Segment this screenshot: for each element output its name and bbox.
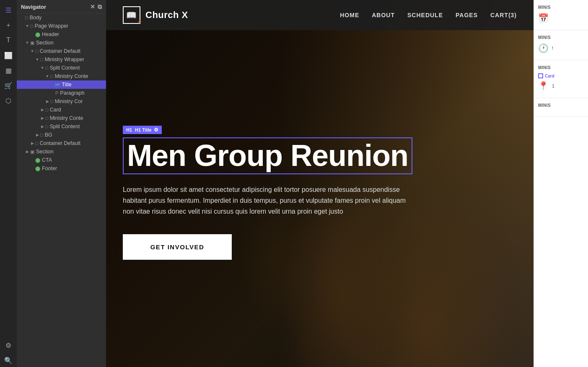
layers-icon[interactable]: ☰ bbox=[2, 3, 15, 17]
navigator-tree: Navigator ✕ ⧉ □Body▼□Page Wrapper⬤Header… bbox=[17, 0, 106, 367]
nav-home[interactable]: HOME bbox=[340, 12, 359, 18]
tree-label-header: Header bbox=[42, 31, 59, 37]
tree-icon-ministry-conte-1: □ bbox=[50, 74, 53, 79]
rp-section-2: MINIS 🕐 ! bbox=[534, 30, 588, 60]
tree-item-split-content[interactable]: ▼□Split Content bbox=[17, 64, 106, 72]
tree-icon-paragraph: P bbox=[55, 90, 58, 96]
hero-description: Lorem ipsum dolor sit amet consectetur a… bbox=[123, 184, 416, 217]
tree-item-bg[interactable]: ▶□BG bbox=[17, 131, 106, 139]
logo-book-icon: 📖 bbox=[126, 10, 137, 20]
title-wrapper: H1 H1 Title ⚙ Men Group Reunion bbox=[123, 137, 517, 174]
tree-label-split-content: Split Content bbox=[50, 65, 80, 71]
search-icon-sidebar[interactable]: 🔍 bbox=[2, 354, 15, 367]
tree-item-split-content-2[interactable]: ▶□Split Content bbox=[17, 122, 106, 131]
tree-label-ministry-cor: Ministry Cor bbox=[55, 98, 83, 104]
pages-icon[interactable]: ⬜ bbox=[2, 49, 15, 62]
hero-title: Men Group Reunion bbox=[127, 140, 408, 172]
navigator-title: Navigator bbox=[21, 4, 46, 10]
rp-section-3: MINIS Card 📍 1 bbox=[534, 60, 588, 98]
tree-icon-ministry-cor: □ bbox=[50, 99, 53, 104]
tree-label-container-default-2: Container Default bbox=[40, 140, 80, 146]
rp-exclaim: ! bbox=[552, 46, 553, 51]
tree-icon-page-wrapper: □ bbox=[30, 23, 33, 28]
location-icon: 📍 bbox=[538, 81, 549, 91]
settings-icon[interactable]: ⚙ bbox=[2, 339, 15, 352]
tree-item-title[interactable]: H¹Title bbox=[17, 80, 106, 89]
tree-label-ministry-wrapper: Ministry Wrapper bbox=[45, 57, 84, 62]
blocks-icon[interactable]: ▦ bbox=[2, 64, 15, 77]
calendar-icon: 📅 bbox=[538, 13, 549, 23]
tree-icon-ministry-wrapper: □ bbox=[40, 57, 43, 62]
hero-section: H1 H1 Title ⚙ Men Group Reunion Lorem ip… bbox=[106, 0, 534, 367]
rp-section-4: MINIS bbox=[534, 98, 588, 116]
logo-plus-icon: + bbox=[138, 18, 142, 25]
main-content: 📖 + Church X HOME ABOUT SCHEDULE PAGES C… bbox=[106, 0, 534, 367]
tree-label-footer: Footer bbox=[42, 165, 57, 171]
right-panel: MINIS 📅 MINIS 🕐 ! MINIS Card 📍 1 MINIS bbox=[534, 0, 588, 367]
tree-item-section1[interactable]: ▼▣Section bbox=[17, 39, 106, 47]
tree-item-card[interactable]: ▶□Card bbox=[17, 106, 106, 114]
add-icon[interactable]: ＋ bbox=[2, 18, 15, 32]
tree-item-header[interactable]: ⬤Header bbox=[17, 30, 106, 39]
tree-icon-container-default: □ bbox=[35, 49, 38, 54]
tree-icon-split-content: □ bbox=[45, 65, 48, 70]
rp-card-label: Card bbox=[545, 74, 554, 78]
logo: 📖 + Church X bbox=[123, 6, 188, 24]
tree-icon-footer: ⬤ bbox=[35, 166, 40, 171]
tree-label-cta: CTA bbox=[42, 157, 52, 163]
tree-icon-container-default-2: □ bbox=[35, 141, 38, 146]
tree-label-page-wrapper: Page Wrapper bbox=[35, 23, 68, 29]
h1-indicator: H1 bbox=[126, 127, 132, 132]
get-involved-button[interactable]: GET INVOLVED bbox=[123, 234, 232, 260]
tree-icon-title: H¹ bbox=[55, 82, 60, 87]
tree-label-paragraph: Paragraph bbox=[60, 90, 84, 96]
tree-label-section2: Section bbox=[36, 149, 54, 155]
tree-item-ministry-conte-1[interactable]: ▼□Ministry Conte bbox=[17, 72, 106, 80]
rp-number: 1 bbox=[552, 83, 554, 88]
close-icon[interactable]: ✕ bbox=[90, 3, 95, 10]
tree-item-ministry-cor[interactable]: ▶□Ministry Cor bbox=[17, 97, 106, 106]
rp-card-badge: Card bbox=[538, 73, 584, 78]
tree-item-container-default-2[interactable]: ▶□Container Default bbox=[17, 139, 106, 147]
tree-item-ministry-conte-2[interactable]: ▶□Ministry Conte bbox=[17, 114, 106, 122]
tree-label-card: Card bbox=[50, 107, 61, 113]
tree-label-ministry-conte-2: Ministry Conte bbox=[50, 115, 83, 121]
nav-cart[interactable]: CART(3) bbox=[490, 12, 517, 18]
text-icon[interactable]: T bbox=[2, 34, 15, 47]
title-selection-box: Men Group Reunion bbox=[123, 137, 412, 174]
tree-item-section2[interactable]: ▶▣Section bbox=[17, 147, 106, 156]
tree-item-body[interactable]: □Body bbox=[17, 13, 106, 22]
tree-icon-bg: □ bbox=[40, 132, 43, 137]
tree-label-container-default: Container Default bbox=[40, 48, 80, 54]
nav-pages[interactable]: PAGES bbox=[456, 12, 478, 18]
tree-item-ministry-wrapper[interactable]: ▼□Ministry Wrapper bbox=[17, 55, 106, 64]
tree-label-bg: BG bbox=[45, 132, 52, 138]
tree-item-cta[interactable]: ⬤CTA bbox=[17, 156, 106, 164]
title-badge: H1 H1 Title ⚙ bbox=[123, 126, 162, 134]
tree-label-title: Title bbox=[62, 82, 72, 88]
tree-item-footer[interactable]: ⬤Footer bbox=[17, 164, 106, 173]
media-icon[interactable]: ⬡ bbox=[2, 94, 15, 107]
nav-links: HOME ABOUT SCHEDULE PAGES CART(3) bbox=[340, 12, 517, 18]
rp-label-2: MINIS bbox=[538, 35, 584, 40]
tree-item-paragraph[interactable]: PParagraph bbox=[17, 89, 106, 97]
expand-icon[interactable]: ⧉ bbox=[98, 3, 102, 10]
nav-schedule[interactable]: SCHEDULE bbox=[407, 12, 443, 18]
tree-icon-section1: ▣ bbox=[30, 40, 34, 46]
tree-icon-ministry-conte-2: □ bbox=[45, 116, 48, 121]
tree-label-section1: Section bbox=[36, 40, 54, 46]
tree-icon-cta: ⬤ bbox=[35, 158, 40, 163]
tree-label-ministry-conte-1: Ministry Conte bbox=[55, 73, 88, 79]
top-navbar: 📖 + Church X HOME ABOUT SCHEDULE PAGES C… bbox=[106, 0, 534, 30]
logo-icon: 📖 + bbox=[123, 6, 140, 24]
cart-icon[interactable]: 🛒 bbox=[2, 79, 15, 92]
card-box-icon bbox=[538, 73, 543, 78]
tree-item-container-default[interactable]: ▼□Container Default bbox=[17, 47, 106, 55]
tree-icon-header: ⬤ bbox=[35, 32, 40, 37]
sidebar-icon-column: ☰ ＋ T ⬜ ▦ 🛒 ⬡ ⚙ 🔍 bbox=[0, 0, 17, 367]
nav-about[interactable]: ABOUT bbox=[372, 12, 395, 18]
title-gear-icon[interactable]: ⚙ bbox=[154, 127, 158, 133]
logo-text: Church X bbox=[145, 10, 188, 21]
rp-label-1: MINIS bbox=[538, 5, 584, 10]
tree-item-page-wrapper[interactable]: ▼□Page Wrapper bbox=[17, 22, 106, 30]
